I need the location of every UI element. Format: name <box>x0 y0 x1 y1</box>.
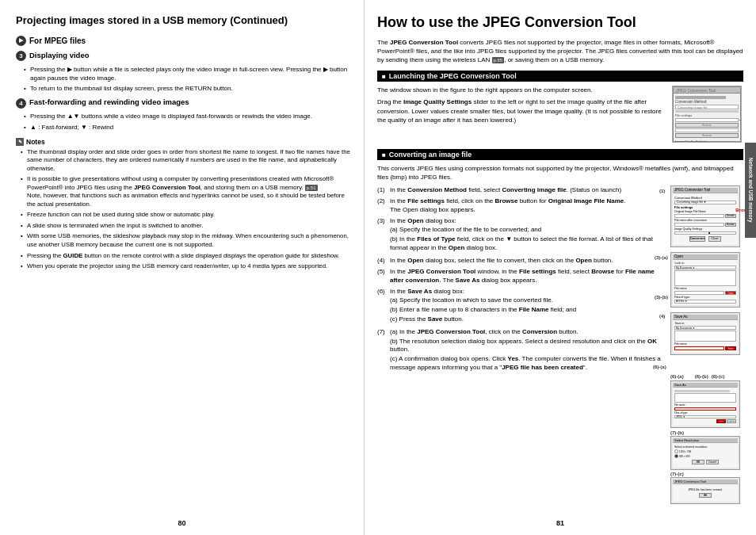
for-mpeg-label: For MPEG files <box>29 36 86 45</box>
section3-header: 3 Displaying video <box>16 51 351 62</box>
launch-header: Launching the JPEG Conversion Tool <box>377 71 743 82</box>
list-item: The thumbnail display order and slide or… <box>21 148 351 174</box>
launch-screenshot: JPEG Conversion Tool Conversion Method: … <box>672 86 743 143</box>
launch-text: The window shown in the figure to the ri… <box>377 86 666 143</box>
left-page: Projecting images stored in a USB memory… <box>0 0 365 535</box>
section3-num: 3 <box>16 51 26 61</box>
screenshot-main: JPEG Conversion Tool Conversion Method C… <box>670 185 740 247</box>
list-item: ▲ : Fast-forward; ▼ : Rewind <box>24 123 351 132</box>
section3-list: Pressing the ▶ button while a file is se… <box>16 65 351 94</box>
screenshot-bottom: (6)-(a) (6)-(b) (6)-(c) Save As File nam… <box>670 374 742 504</box>
step-5: (5) In the JPEG Conversion Tool window, … <box>377 267 666 285</box>
convert-header: Converting an image file <box>377 149 743 160</box>
notes-header: ✎ Notes <box>16 138 351 146</box>
launch-screenshot-img: JPEG Conversion Tool Conversion Method: … <box>672 86 742 143</box>
mpeg-icon: ▶ <box>16 36 26 46</box>
right-page-num: 81 <box>556 519 564 527</box>
list-item: Pressing the GUIDE button on the remote … <box>21 252 351 261</box>
step-1: (1) In the Conversion Method field, sele… <box>377 185 666 194</box>
convert-section: Converting an image file This converts J… <box>377 149 743 504</box>
list-item: It is possible to give presentations wit… <box>21 175 351 208</box>
screenshots-column: JPEG Conversion Tool Conversion Method C… <box>670 185 743 505</box>
right-page: How to use the JPEG Conversion Tool The … <box>365 0 756 535</box>
left-page-num: 80 <box>178 519 185 527</box>
steps-text: (1) In the Conversion Method field, sele… <box>377 185 666 505</box>
convert-content: (1) In the Conversion Method field, sele… <box>377 185 743 505</box>
main-page: Projecting images stored in a USB memory… <box>0 0 756 535</box>
intro-text: The JPEG Conversion Tool converts JPEG f… <box>377 38 743 65</box>
launch-content: The window shown in the figure to the ri… <box>377 86 743 143</box>
section4: 4 Fast-forwarding and rewinding video im… <box>16 97 351 131</box>
section4-title: Fast-forwarding and rewinding video imag… <box>29 97 189 106</box>
list-item: With some USB memories, the slideshow pl… <box>21 232 351 249</box>
left-page-title: Projecting images stored in a USB memory… <box>16 14 351 28</box>
section4-num: 4 <box>16 98 26 109</box>
list-item: Freeze function can not be used during s… <box>21 211 351 220</box>
step-7: (7) (a) In the JPEG Conversion Tool, cli… <box>377 327 666 373</box>
for-mpeg-header: ▶ For MPEG files <box>16 36 351 46</box>
screenshot-save-dialog: Save As Save in: My Documents ▼ File nam… <box>670 312 742 356</box>
screenshot-group-1: JPEG Conversion Tool Conversion Method C… <box>670 185 742 247</box>
step-2: (2) In the File settings field, click on… <box>377 197 666 214</box>
step-3: (3) In the Open dialog box: (a) Specify … <box>377 216 666 254</box>
section3-title: Displaying video <box>29 51 90 59</box>
notes-section: ✎ Notes The thumbnail display order and … <box>16 138 351 271</box>
notes-icon: ✎ <box>16 138 24 146</box>
step-6: (6) In the Save As dialog box: (a) Speci… <box>377 287 666 325</box>
list-item: To return to the thumbnail list display … <box>24 84 351 93</box>
launch-para2: Drag the Image Quality Settings slider t… <box>377 97 666 124</box>
launch-para1: The window shown in the figure to the ri… <box>377 86 666 94</box>
steps-list: (1) In the Conversion Method field, sele… <box>377 185 666 373</box>
section4-header: 4 Fast-forwarding and rewinding video im… <box>16 97 351 109</box>
right-page-title: How to use the JPEG Conversion Tool <box>377 14 743 32</box>
list-item: A slide show is terminated when the inpu… <box>21 222 351 231</box>
sidebar-tab: Network and USB memory <box>745 143 756 238</box>
launch-section: Launching the JPEG Conversion Tool The w… <box>377 71 743 143</box>
convert-intro: This converts JPEG files using compressi… <box>377 164 743 182</box>
step-4: (4) In the Open dialog box, select the f… <box>377 256 666 265</box>
notes-list: The thumbnail display order and slide or… <box>16 148 351 271</box>
list-item: When you operate the projector using the… <box>21 262 351 271</box>
section4-list: Pressing the ▲▼ buttons while a video im… <box>16 112 351 131</box>
section3: 3 Displaying video Pressing the ▶ button… <box>16 51 351 94</box>
screenshot-open-dialog: Open Look in: My Documents ▼ File name: <box>670 252 742 308</box>
list-item: Pressing the ▶ button while a file is se… <box>24 65 351 82</box>
list-item: Pressing the ▲▼ buttons while a video im… <box>24 112 351 120</box>
